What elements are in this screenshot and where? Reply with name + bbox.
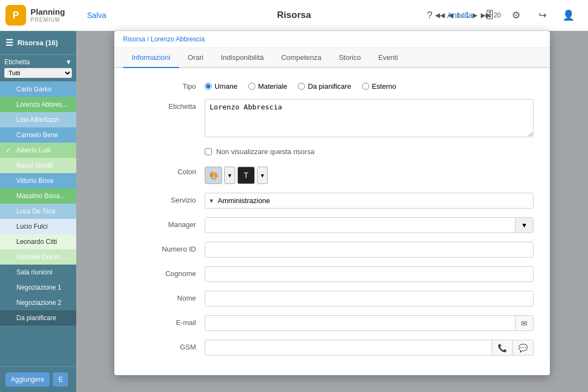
hamburger-icon[interactable]: ☰ [5,38,13,48]
filter-row: Etichetta ▼ Tutti [0,55,76,82]
non-visualizzare-label[interactable]: Non visualizzare questa risorsa [216,148,315,156]
radio-esterno-input[interactable] [362,83,369,90]
bg-color-swatch[interactable]: 🎨 [205,167,222,184]
bg-color-dropdown[interactable]: ▼ [224,167,235,184]
tab-orari[interactable]: Orari [179,48,212,68]
tab-informazioni[interactable]: Informazioni [123,48,179,68]
list-item[interactable]: Da pianificare [0,310,76,326]
save-button[interactable]: Salva [87,11,106,20]
text-color-swatch[interactable]: T [237,167,255,184]
numeroid-input[interactable] [205,242,534,258]
prev-first-button[interactable]: ◀◀ [435,11,445,19]
breadcrumb-lorenzo[interactable]: Lorenzo Abbrescia [151,35,205,43]
gsm-input[interactable] [205,340,492,355]
tab-competenza[interactable]: Competenza [272,48,330,68]
list-item[interactable]: Leonardo Citti [0,234,76,249]
tab-eventi[interactable]: Eventi [370,48,407,68]
list-item[interactable]: Carlo Garko [0,82,76,97]
top-bar: P Planning PREMIUM Salva Risorsa ◀◀ ◀ 1 … [0,0,588,31]
prev-button[interactable]: ◀ [448,11,453,19]
list-item[interactable]: Negoziazione 1 [0,280,76,295]
servizio-arrow: ▾ [210,197,213,205]
tab-storico[interactable]: Storico [330,48,369,68]
sidebar-bottom: Aggiungere E [0,366,76,392]
etichetta-label: Etichetta [131,99,196,111]
brand-sub: PREMIUM [30,17,65,23]
tab-indisponibilita[interactable]: Indisponibilità [212,48,273,68]
manager-wrap: ▼ [205,217,534,233]
list-item[interactable]: Vittorio Bova [0,173,76,188]
filter-select[interactable]: Tutti [4,68,72,78]
filter-arrow: ▼ [65,58,72,66]
email-row: E-mail ✉ [131,315,534,331]
nome-label: Nome [131,291,196,302]
logo-text: Planning PREMIUM [30,7,65,23]
settings-icon[interactable]: ⚙ [507,7,525,24]
sidebar-title: Risorsa (16) [17,39,58,47]
page-count: 20 [494,11,501,19]
list-item[interactable]: Nathalie Duran... [0,249,76,265]
tabs-bar: Informazioni Orari Indisponibilità Compe… [114,48,550,68]
item-label: Negoziazione 2 [16,299,62,307]
servizio-select[interactable]: ▾ Amministrazione [205,193,534,209]
share-icon[interactable]: ↪ [534,7,551,24]
item-label: Vittorio Bova [16,177,53,185]
nome-input[interactable] [205,291,534,307]
phone-icon-button[interactable]: 📞 [492,340,512,355]
item-label: Massimo Bona... [16,192,65,200]
sidebar-header: ☰ Risorsa (16) [0,31,76,55]
servizio-label: Servizio [131,193,196,204]
radio-umane-input[interactable] [205,83,212,90]
color-wrap: 🎨 ▼ T ▼ [205,164,534,184]
user-icon[interactable]: 👤 [560,7,577,24]
edit-button[interactable]: E [53,372,68,387]
next-last-button[interactable]: ▶▶ [481,11,491,19]
item-label: Carmelo Bene [16,131,58,139]
radio-materiale-input[interactable] [248,83,255,90]
list-item[interactable]: Sala riunioni [0,265,76,280]
list-item[interactable]: ✓ Alberto Lulli [0,143,76,158]
radio-da-pianificare-input[interactable] [298,83,305,90]
email-input[interactable] [205,316,515,330]
colori-label: Colori [131,164,196,176]
non-visualizzare-checkbox[interactable] [205,148,212,155]
breadcrumb: Risorsa / Lorenzo Abbrescia [114,31,550,48]
etichetta-textarea[interactable]: Lorenzo Abbrescia [205,99,534,137]
email-icon-button[interactable]: ✉ [515,316,533,330]
item-label: Raoul Girotti [16,162,53,169]
list-item[interactable]: Massimo Bona... [0,188,76,204]
item-label: Alberto Lulli [16,146,51,154]
add-button[interactable]: Aggiungere [5,372,50,387]
numeroid-control [205,242,534,258]
text-color-dropdown[interactable]: ▼ [257,167,268,184]
list-item[interactable]: Lorenzo Abbres... [0,97,76,112]
sidebar-list: Carlo Garko Lorenzo Abbres... Lino Alber… [0,82,76,366]
cognome-row: Cognome [131,266,534,282]
list-item[interactable]: Lucio Fulci [0,219,76,234]
main-layout: ☰ Risorsa (16) Etichetta ▼ Tutti Carlo G… [0,31,588,392]
manager-control: ▼ [205,217,534,233]
logo-area: P Planning PREMIUM [0,5,76,26]
cognome-input[interactable] [205,266,534,282]
list-item[interactable]: Negoziazione 2 [0,295,76,310]
page-title: Risorsa [277,10,311,21]
list-item[interactable]: Luca De Sica [0,204,76,219]
breadcrumb-separator: / [147,35,151,43]
list-item[interactable]: Raoul Girotti [0,158,76,173]
manager-input[interactable] [205,218,515,232]
list-item[interactable]: Carmelo Bene [0,127,76,143]
breadcrumb-risorsa[interactable]: Risorsa [123,35,145,43]
modal-dialog: Risorsa / Lorenzo Abbrescia Informazioni… [114,31,550,375]
manager-label: Manager [131,217,196,229]
list-item[interactable]: Lino Albertazzi [0,112,76,127]
item-label: Leonardo Citti [16,238,57,246]
radio-umane[interactable]: Umane [205,82,237,90]
item-label: Lino Albertazzi [16,116,59,124]
sms-icon-button[interactable]: 💬 [512,340,533,355]
next-button[interactable]: ▶ [473,11,477,19]
radio-da-pianificare[interactable]: Da pianificare [298,82,351,90]
manager-dropdown-btn[interactable]: ▼ [515,218,533,232]
pagination-text: 1 / 1 [456,11,469,19]
radio-esterno[interactable]: Esterno [362,82,396,90]
radio-materiale[interactable]: Materiale [248,82,287,90]
